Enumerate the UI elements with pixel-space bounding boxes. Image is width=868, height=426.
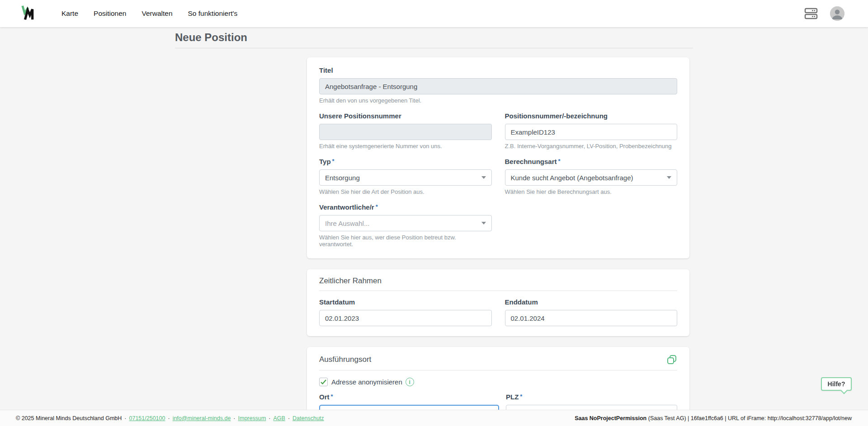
- anonymize-row: Adresse anonymisieren i: [319, 378, 677, 386]
- titel-label: Titel: [319, 66, 333, 74]
- berechnungsart-group: Berechnungsart* Kunde sucht Angebot (Ang…: [505, 158, 678, 195]
- required-asterisk: *: [332, 158, 335, 164]
- startdatum-input[interactable]: [319, 310, 492, 326]
- verantwortliche-select[interactable]: Ihre Auswahl...: [319, 215, 492, 231]
- titel-group: Titel Erhält den von uns vorgegebenen Ti…: [319, 66, 677, 104]
- footer-separator: ·: [124, 415, 126, 421]
- info-icon[interactable]: i: [406, 378, 414, 386]
- unsere-positionsnummer-input: [319, 124, 492, 140]
- new-position-form: Titel Erhält den von uns vorgegebenen Ti…: [307, 57, 689, 426]
- berechnungsart-select[interactable]: Kunde sucht Angebot (Angebotsanfrage): [505, 169, 678, 186]
- footer-separator: ·: [168, 415, 170, 421]
- footer-link-impressum[interactable]: Impressum: [238, 415, 266, 421]
- mineral-minds-logo[interactable]: [20, 4, 39, 23]
- copy-icon[interactable]: [666, 354, 677, 365]
- verantwortliche-select-placeholder: Ihre Auswahl...: [325, 220, 369, 227]
- enddatum-label: Enddatum: [505, 298, 538, 306]
- positionsnummer-group: Positionsnummer/-bezeichnung Z.B. Intern…: [505, 112, 678, 150]
- page-content: Neue Position Titel Erhält den von uns v…: [0, 27, 868, 426]
- footer-left: © 2025 Mineral Minds Deutschland GmbH · …: [16, 415, 324, 421]
- copyright-text: © 2025 Mineral Minds Deutschland GmbH: [16, 415, 122, 421]
- page-title: Neue Position: [175, 31, 693, 44]
- zeitlicher-rahmen-card: Zeitlicher Rahmen Startdatum Enddatum: [307, 269, 689, 336]
- typ-helper: Wählen Sie hier die Art der Position aus…: [319, 188, 492, 195]
- page-footer: © 2025 Mineral Minds Deutschland GmbH · …: [0, 410, 868, 426]
- help-button[interactable]: Hilfe?: [821, 377, 852, 391]
- berechnungsart-helper: Wählen Sie hier die Berechnungsart aus.: [505, 188, 678, 195]
- chevron-down-icon: [667, 176, 671, 179]
- typ-select-value: Entsorgung: [325, 174, 360, 182]
- chevron-down-icon: [481, 222, 486, 225]
- titel-helper: Erhält den von uns vorgegebenen Titel.: [319, 97, 677, 104]
- berechnungsart-label: Berechnungsart*: [505, 158, 561, 165]
- ort-label: Ort*: [319, 393, 333, 401]
- unsere-positionsnummer-group: Unsere Positionsnummer Erhält eine syste…: [319, 112, 492, 150]
- required-asterisk: *: [558, 158, 561, 164]
- unsere-positionsnummer-helper: Erhält eine systemgenerierte Nummer von …: [319, 143, 492, 150]
- footer-separator: ·: [233, 415, 235, 421]
- server-icon[interactable]: [804, 7, 818, 20]
- positionsnummer-label: Positionsnummer/-bezeichnung: [505, 112, 608, 120]
- footer-link-email[interactable]: info@mineral-minds.de: [173, 415, 231, 421]
- unsere-positionsnummer-label: Unsere Positionsnummer: [319, 112, 401, 120]
- main-nav: Karte Positionen Verwalten So funktionie…: [61, 9, 237, 18]
- typ-label: Typ*: [319, 158, 335, 165]
- verantwortliche-group: Verantwortliche/r* Ihre Auswahl... Wähle…: [319, 203, 492, 248]
- titel-input: [319, 78, 677, 94]
- footer-separator: ·: [288, 415, 290, 421]
- footer-env-info: (Saas Test AG) | 16fae1ffc6a6 | URL of i…: [646, 415, 852, 421]
- ausfuehrungsort-title: Ausführungsort: [319, 355, 371, 364]
- zeitlicher-rahmen-header: Zeitlicher Rahmen: [319, 276, 677, 291]
- ausfuehrungsort-header: Ausführungsort: [319, 354, 677, 370]
- logo-icon: [20, 4, 39, 23]
- verantwortliche-label: Verantwortliche/r*: [319, 203, 378, 211]
- footer-link-phone[interactable]: 07151/250100: [129, 415, 165, 421]
- anonymize-checkbox[interactable]: [319, 378, 328, 386]
- footer-app-name: Saas NoProjectPermission: [575, 415, 646, 421]
- typ-select[interactable]: Entsorgung: [319, 169, 492, 186]
- title-divider: [175, 48, 693, 48]
- berechnungsart-select-value: Kunde sucht Angebot (Angebotsanfrage): [511, 174, 633, 182]
- chevron-down-icon: [481, 176, 486, 179]
- typ-group: Typ* Entsorgung Wählen Sie hier die Art …: [319, 158, 492, 195]
- positionsnummer-helper: Z.B. Interne-Vorgangsnummer, LV-Position…: [505, 143, 678, 150]
- required-asterisk: *: [520, 393, 522, 400]
- footer-separator: ·: [269, 415, 270, 421]
- user-avatar[interactable]: [830, 6, 844, 21]
- anonymize-label: Adresse anonymisieren: [331, 378, 402, 386]
- startdatum-group: Startdatum: [319, 298, 492, 326]
- nav-item-verwalten[interactable]: Verwalten: [142, 9, 172, 18]
- zeitlicher-rahmen-title: Zeitlicher Rahmen: [319, 276, 382, 286]
- navbar-right: [804, 6, 844, 21]
- plz-label: PLZ*: [506, 393, 522, 401]
- checkmark-icon: [321, 379, 326, 384]
- nav-item-positionen[interactable]: Positionen: [94, 9, 126, 18]
- positionsnummer-input[interactable]: [505, 124, 678, 140]
- enddatum-group: Enddatum: [505, 298, 678, 326]
- nav-item-so-funktionierts[interactable]: So funktioniert's: [188, 9, 238, 18]
- nav-item-karte[interactable]: Karte: [61, 9, 78, 18]
- footer-right: Saas NoProjectPermission (Saas Test AG) …: [575, 415, 852, 421]
- top-navbar: Karte Positionen Verwalten So funktionie…: [0, 0, 868, 27]
- footer-link-datenschutz[interactable]: Datenschutz: [292, 415, 324, 421]
- footer-link-agb[interactable]: AGB: [274, 415, 285, 421]
- verantwortliche-helper: Wählen Sie hier aus, wer diese Position …: [319, 234, 492, 248]
- required-asterisk: *: [331, 393, 333, 400]
- enddatum-input[interactable]: [505, 310, 678, 326]
- required-asterisk: *: [376, 203, 378, 210]
- startdatum-label: Startdatum: [319, 298, 355, 306]
- position-details-card: Titel Erhält den von uns vorgegebenen Ti…: [307, 57, 689, 258]
